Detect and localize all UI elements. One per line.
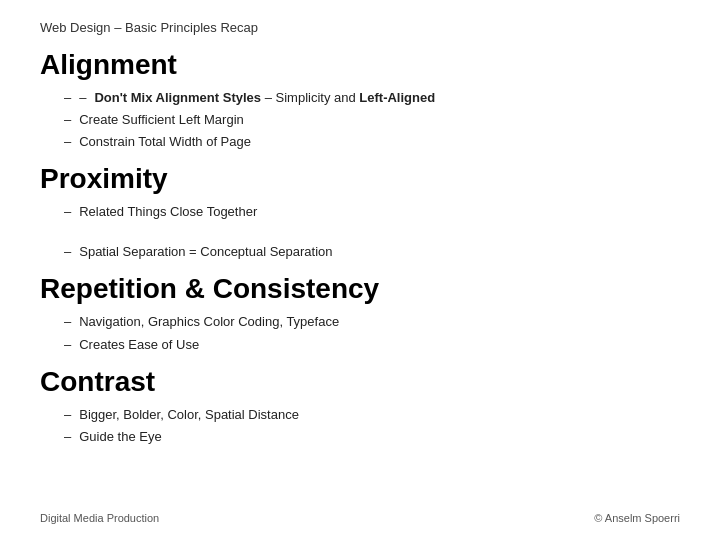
repetition-list: Navigation, Graphics Color Coding, Typef… [64, 311, 680, 355]
section-contrast: Contrast Bigger, Bolder, Color, Spatial … [40, 366, 680, 448]
footer: Digital Media Production © Anselm Spoerr… [40, 512, 680, 524]
proximity-list-2: Spatial Separation = Conceptual Separati… [64, 241, 680, 263]
alignment-list: – Don't Mix Alignment Styles – Simplicit… [64, 87, 680, 153]
list-item: Related Things Close Together [64, 201, 680, 223]
contrast-list: Bigger, Bolder, Color, Spatial Distance … [64, 404, 680, 448]
section-proximity: Proximity Related Things Close Together … [40, 163, 680, 263]
bullet-text: Guide the Eye [79, 426, 161, 448]
list-item: Spatial Separation = Conceptual Separati… [64, 241, 680, 263]
page-title: Web Design – Basic Principles Recap [40, 20, 680, 35]
bold-part: Don't Mix Alignment Styles [94, 90, 261, 105]
list-item: Navigation, Graphics Color Coding, Typef… [64, 311, 680, 333]
alignment-heading: Alignment [40, 49, 680, 81]
section-repetition: Repetition & Consistency Navigation, Gra… [40, 273, 680, 355]
contrast-heading: Contrast [40, 366, 680, 398]
dash: – [79, 87, 86, 109]
bullet-text: Related Things Close Together [79, 201, 257, 223]
list-item: Guide the Eye [64, 426, 680, 448]
section-alignment: Alignment – Don't Mix Alignment Styles –… [40, 49, 680, 153]
bullet-text: Navigation, Graphics Color Coding, Typef… [79, 311, 339, 333]
list-item: Constrain Total Width of Page [64, 131, 680, 153]
footer-left: Digital Media Production [40, 512, 159, 524]
proximity-heading: Proximity [40, 163, 680, 195]
normal-part: – Simplicity and [265, 90, 360, 105]
bullet-text-2: Create Sufficient Left Margin [79, 109, 244, 131]
bullet-text-3: Constrain Total Width of Page [79, 131, 251, 153]
proximity-list: Related Things Close Together [64, 201, 680, 223]
bullet-text: Spatial Separation = Conceptual Separati… [79, 241, 332, 263]
repetition-heading: Repetition & Consistency [40, 273, 680, 305]
bullet-text: Bigger, Bolder, Color, Spatial Distance [79, 404, 299, 426]
page: Web Design – Basic Principles Recap Alig… [0, 0, 720, 540]
bold-part-2: Left-Aligned [359, 90, 435, 105]
list-item: Creates Ease of Use [64, 334, 680, 356]
list-item: Create Sufficient Left Margin [64, 109, 680, 131]
bullet-text: Creates Ease of Use [79, 334, 199, 356]
bullet-text: Don't Mix Alignment Styles – Simplicity … [94, 87, 435, 109]
list-item: – Don't Mix Alignment Styles – Simplicit… [64, 87, 680, 109]
list-item: Bigger, Bolder, Color, Spatial Distance [64, 404, 680, 426]
footer-right: © Anselm Spoerri [594, 512, 680, 524]
